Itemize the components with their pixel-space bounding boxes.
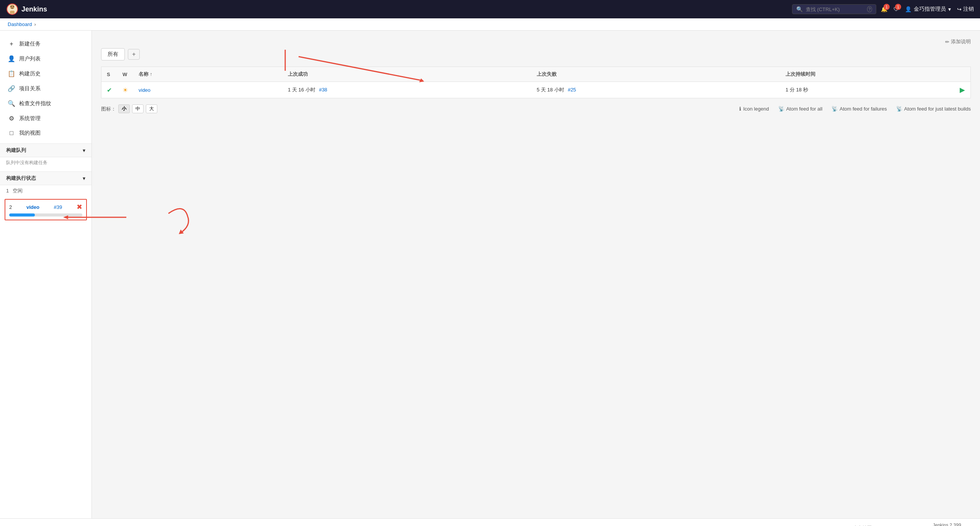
shield-count: 1 <box>895 4 901 10</box>
main-content: ✏ 添加说明 所有 + S W 名称 ↑ 上次成功 上次失败 上次持续时间 <box>92 31 980 518</box>
col-header-name[interactable]: 名称 ↑ <box>133 67 283 82</box>
shield-badge[interactable]: 🛡 1 <box>893 6 899 12</box>
gear-icon: ⚙ <box>8 115 15 122</box>
icon-size-large-button[interactable]: 大 <box>146 104 157 113</box>
table-row: ✔ ☀ video 1 天 16 小时 #38 5 天 18 小时 #25 <box>101 82 971 98</box>
sidebar-item-my-view[interactable]: □ 我的视图 <box>0 126 91 140</box>
search-input[interactable] <box>806 7 864 12</box>
jobs-table-body: ✔ ☀ video 1 天 16 小时 #38 5 天 18 小时 #25 <box>101 82 971 98</box>
logo[interactable]: Jenkins <box>6 3 47 15</box>
user-name: 金巧指管理员 <box>914 6 946 13</box>
table-footer: 图标： 小 中 大 ℹ Icon legend 📡 Atom feed for … <box>101 104 971 113</box>
sidebar-item-label: 我的视图 <box>19 130 41 137</box>
job-last-fail-cell: 5 天 18 小时 #25 <box>531 82 780 98</box>
sidebar-item-label: 检查文件指纹 <box>19 100 51 107</box>
logout-button[interactable]: ↪ 注销 <box>957 6 974 13</box>
icon-size-label: 图标： <box>101 106 116 112</box>
help-icon: ? <box>867 6 872 12</box>
table-header-row: S W 名称 ↑ 上次成功 上次失败 上次持续时间 <box>101 67 971 82</box>
col-header-last-duration: 上次持续时间 <box>780 67 954 82</box>
executor-index-2: 2 <box>9 204 12 210</box>
feed-latest-icon: 📡 <box>896 106 902 112</box>
user-list-icon: 👤 <box>8 55 15 62</box>
executor-running-item: 2 video #39 ✖ <box>5 199 87 220</box>
fingerprint-icon: 🔍 <box>8 100 15 107</box>
sidebar-item-fingerprint[interactable]: 🔍 检查文件指纹 <box>0 96 91 111</box>
sidebar-item-label: 项目关系 <box>19 85 41 92</box>
sidebar: + 新建任务 👤 用户列表 📋 构建历史 🔗 项目关系 🔍 检查文件指纹 ⚙ 系… <box>0 31 92 518</box>
sidebar-item-build-history[interactable]: 📋 构建历史 <box>0 66 91 81</box>
build-queue-section[interactable]: 构建队列 ▾ <box>0 143 91 157</box>
logout-label: 注销 <box>963 6 974 13</box>
user-menu[interactable]: 👤 金巧指管理员 ▾ <box>905 6 951 13</box>
chevron-down-icon: ▾ <box>83 175 85 181</box>
plus-icon: + <box>8 41 15 47</box>
sidebar-item-label: 新建任务 <box>19 41 41 47</box>
feed-all-label: Atom feed for all <box>786 106 823 112</box>
col-header-last-success: 上次成功 <box>283 67 531 82</box>
header-actions: 🔔 1 🛡 1 👤 金巧指管理员 ▾ ↪ 注销 <box>881 6 974 13</box>
feed-all-link[interactable]: 📡 Atom feed for all <box>778 106 823 112</box>
add-description-button[interactable]: ✏ 添加说明 <box>945 38 971 45</box>
build-progress-bar <box>9 213 82 217</box>
add-description-label: 添加说明 <box>951 38 971 45</box>
job-name-link[interactable]: video <box>139 87 150 93</box>
jenkins-logo-icon <box>6 3 18 15</box>
run-build-button[interactable]: ▶ <box>960 86 965 94</box>
history-icon: 📋 <box>8 70 15 77</box>
sidebar-item-project-relations[interactable]: 🔗 项目关系 <box>0 81 91 96</box>
icon-legend-link[interactable]: ℹ Icon legend <box>739 106 769 112</box>
executor-build-number[interactable]: #39 <box>54 204 62 210</box>
logo-text: Jenkins <box>21 5 47 13</box>
footer-community[interactable]: Jenkins 中文社区 <box>836 525 872 526</box>
footer-version: Jenkins 2.399 CSDN @weixin_4260017 <box>923 523 971 526</box>
stop-build-button[interactable]: ✖ <box>77 203 82 211</box>
col-header-action <box>954 67 971 82</box>
col-header-w: W <box>117 67 133 82</box>
svg-point-6 <box>13 6 14 7</box>
version-label: Jenkins 2.399 <box>933 523 961 526</box>
add-description-area: ✏ 添加说明 <box>101 38 971 45</box>
build-queue-empty: 队列中没有构建任务 <box>0 157 91 168</box>
sidebar-item-system-admin[interactable]: ⚙ 系统管理 <box>0 111 91 126</box>
notification-count: 1 <box>884 4 890 10</box>
job-status-cell: ✔ <box>101 82 118 98</box>
job-last-success-cell: 1 天 16 小时 #38 <box>283 82 531 98</box>
last-success-time: 1 天 16 小时 <box>288 87 315 93</box>
executor-idle: 1 空闲 <box>0 185 91 197</box>
feed-links: ℹ Icon legend 📡 Atom feed for all 📡 Atom… <box>739 106 971 112</box>
sidebar-item-label: 用户列表 <box>19 55 41 62</box>
sidebar-item-users[interactable]: 👤 用户列表 <box>0 51 91 66</box>
job-name-cell: video <box>133 82 283 98</box>
executor-job-link[interactable]: video <box>26 204 39 210</box>
weather-sunny-icon: ☀ <box>122 87 128 93</box>
tabs-bar: 所有 + <box>101 48 971 60</box>
last-success-build-link[interactable]: #38 <box>319 87 327 93</box>
job-weather-cell: ☀ <box>117 82 133 98</box>
svg-rect-7 <box>10 11 15 14</box>
feed-latest-label: Atom feed for just latest builds <box>904 106 971 112</box>
build-executor-title: 构建执行状态 <box>6 175 36 182</box>
breadcrumb-dashboard[interactable]: Dashboard <box>8 21 32 27</box>
page-footer: Jenkins 中文社区 REST API Jenkins 2.399 CSDN… <box>0 518 980 526</box>
build-executor-section[interactable]: 构建执行状态 ▾ <box>0 171 91 185</box>
icon-size-small-button[interactable]: 小 <box>118 104 130 113</box>
feed-failures-link[interactable]: 📡 Atom feed for failures <box>831 106 887 112</box>
feed-failures-icon: 📡 <box>831 106 838 112</box>
icon-size-medium-button[interactable]: 中 <box>132 104 144 113</box>
notification-bell[interactable]: 🔔 1 <box>881 6 887 12</box>
executor-status: 空闲 <box>13 188 23 194</box>
executor-index: 1 <box>6 188 9 194</box>
search-box[interactable]: 🔍 ? <box>792 4 876 14</box>
feed-latest-link[interactable]: 📡 Atom feed for just latest builds <box>896 106 971 112</box>
add-tab-button[interactable]: + <box>128 49 140 60</box>
job-last-duration-cell: 1 分 18 秒 <box>780 82 954 98</box>
sidebar-item-label: 系统管理 <box>19 115 41 122</box>
executor-running-header: 2 video #39 ✖ <box>9 203 82 211</box>
chevron-down-icon: ▾ <box>948 6 951 12</box>
jobs-table-header: S W 名称 ↑ 上次成功 上次失败 上次持续时间 <box>101 67 971 82</box>
last-fail-build-link[interactable]: #25 <box>568 87 576 93</box>
sidebar-item-new-task[interactable]: + 新建任务 <box>0 37 91 51</box>
feed-all-icon: 📡 <box>778 106 784 112</box>
tab-all[interactable]: 所有 <box>101 48 125 60</box>
